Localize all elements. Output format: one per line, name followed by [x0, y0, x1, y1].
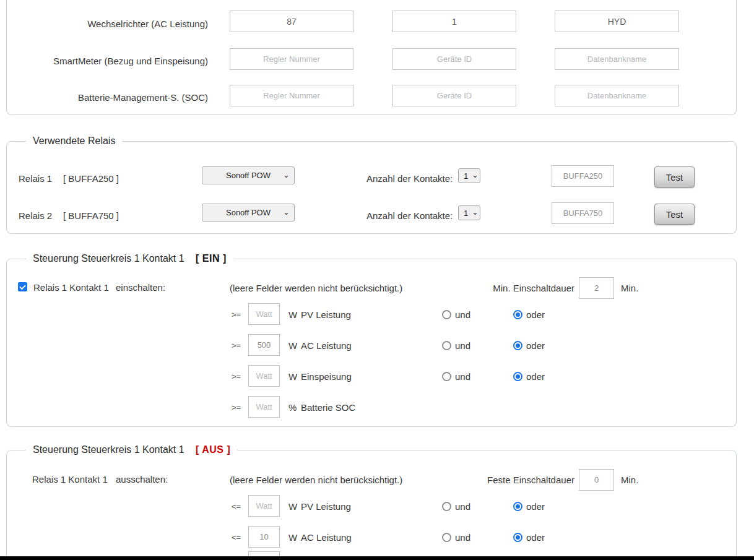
device-row-label: Wechselrichter (AC Leistung)	[12, 19, 208, 29]
test-button[interactable]: Test	[654, 166, 695, 187]
unit-label: W	[288, 501, 297, 512]
duration-unit-label: Min.	[621, 283, 638, 293]
regler-nummer-input[interactable]	[230, 11, 353, 32]
empty-fields-hint: (leere Felder werden nicht berücksichtig…	[230, 283, 402, 293]
geraete-id-input[interactable]	[392, 11, 516, 32]
action-label: einschalten:	[116, 282, 165, 293]
ein-legend-text: Steuerung Steuerkreis 1 Kontakt 1	[33, 253, 184, 264]
radio-und[interactable]	[442, 341, 451, 350]
duration-label: Min. Einschaltdauer	[451, 283, 574, 293]
relais-section-legend: Verwendete Relais	[26, 136, 122, 147]
radio-oder[interactable]	[513, 502, 522, 511]
radio-und-label: und	[455, 532, 470, 543]
relay-contact-label: Relais 1 Kontakt 1	[33, 282, 109, 293]
empty-fields-hint: (leere Felder werden nicht berücksichtig…	[230, 475, 402, 485]
radio-und[interactable]	[442, 502, 451, 511]
datenbankname-input[interactable]	[555, 85, 679, 106]
chevron-down-icon: ⌄	[472, 207, 479, 217]
duration-label: Feste Einschaltdauer	[451, 475, 574, 485]
contacts-count-label: Anzahl der Kontakte:	[366, 210, 453, 221]
datenbankname-input[interactable]	[555, 11, 679, 32]
radio-oder[interactable]	[513, 372, 522, 381]
operator-label: >=	[232, 372, 241, 381]
unit-label: W	[288, 371, 297, 382]
action-label: ausschalten:	[116, 474, 168, 485]
redaction-bar	[0, 556, 754, 560]
chevron-down-icon: ⌄	[283, 170, 290, 179]
radio-und[interactable]	[442, 372, 451, 381]
condition-name-label: Batterie SOC	[301, 402, 355, 413]
threshold-input[interactable]	[248, 526, 280, 548]
relay-settings-page: Wechselrichter (AC Leistung) SmartMeter …	[0, 0, 754, 560]
radio-oder-label: oder	[526, 340, 545, 351]
contacts-count-value: 1	[464, 209, 468, 218]
operator-label: >=	[232, 341, 241, 350]
aus-legend-text: Steuerung Steuerkreis 1 Kontakt 1	[33, 444, 184, 455]
relais-einschalten-checkbox[interactable]	[18, 282, 27, 291]
radio-und-label: und	[455, 309, 470, 320]
operator-label: >=	[232, 403, 241, 412]
contacts-count-select[interactable]: 1 ⌄	[458, 168, 480, 183]
radio-und-label: und	[455, 340, 470, 351]
ein-state-badge: [ EIN ]	[196, 253, 227, 264]
geraete-id-input[interactable]	[392, 85, 516, 106]
radio-oder[interactable]	[513, 533, 522, 542]
relais-type-value: Sonoff POW	[226, 208, 271, 217]
aus-state-badge: [ AUS ]	[196, 444, 230, 455]
regler-nummer-input[interactable]	[230, 85, 353, 106]
operator-label: <=	[232, 502, 241, 511]
radio-oder-label: oder	[526, 532, 545, 543]
relais-name-label: Relais 2	[19, 210, 52, 221]
relay-contact-label: Relais 1 Kontakt 1	[32, 474, 108, 485]
relais-type-value: Sonoff POW	[226, 171, 271, 180]
radio-oder[interactable]	[513, 341, 522, 350]
duration-input[interactable]	[579, 469, 614, 491]
unit-label: W	[288, 532, 297, 543]
radio-oder-label: oder	[526, 371, 545, 382]
datenbankname-input[interactable]	[555, 48, 679, 70]
threshold-input[interactable]	[248, 303, 280, 325]
relais-tag-label: [ BUFFA250 ]	[63, 173, 119, 184]
radio-oder[interactable]	[513, 310, 522, 319]
operator-label: <=	[232, 533, 241, 542]
threshold-input[interactable]	[248, 495, 280, 517]
radio-und-label: und	[455, 371, 470, 382]
contacts-count-value: 1	[464, 171, 468, 181]
threshold-input[interactable]	[248, 365, 280, 387]
regler-nummer-input[interactable]	[230, 48, 353, 70]
unit-label: %	[288, 402, 297, 413]
condition-name-label: AC Leistung	[301, 340, 352, 351]
condition-name-label: AC Leistung	[301, 532, 352, 543]
device-row-label: SmartMeter (Bezug und Einspeisung)	[12, 56, 208, 66]
duration-unit-label: Min.	[621, 475, 638, 485]
geraete-id-input[interactable]	[392, 48, 516, 70]
radio-oder-label: oder	[526, 309, 545, 320]
radio-und[interactable]	[442, 310, 451, 319]
unit-label: W	[288, 309, 297, 320]
condition-name-label: PV Leistung	[301, 309, 351, 320]
chevron-down-icon: ⌄	[283, 207, 290, 217]
relais-device-name-input[interactable]	[552, 165, 614, 187]
radio-und[interactable]	[442, 533, 451, 542]
condition-name-label: PV Leistung	[301, 501, 351, 512]
threshold-input[interactable]	[248, 334, 280, 356]
relais-tag-label: [ BUFFA750 ]	[63, 210, 119, 221]
unit-label: W	[288, 340, 297, 351]
threshold-input[interactable]	[248, 396, 280, 418]
device-row-label: Batterie-Management-S. (SOC)	[12, 92, 208, 103]
relais-name-label: Relais 1	[19, 173, 52, 184]
relais-device-name-input[interactable]	[552, 202, 614, 224]
aus-section-legend: Steuerung Steuerkreis 1 Kontakt 1 [ AUS …	[26, 444, 237, 455]
relais-type-select[interactable]: Sonoff POW ⌄	[202, 204, 295, 222]
condition-name-label: Einspeisung	[301, 371, 352, 382]
operator-label: >=	[232, 310, 241, 319]
contacts-count-select[interactable]: 1 ⌄	[458, 205, 480, 220]
ein-section-legend: Steuerung Steuerkreis 1 Kontakt 1 [ EIN …	[26, 253, 233, 264]
relais-type-select[interactable]: Sonoff POW ⌄	[202, 166, 295, 184]
contacts-count-label: Anzahl der Kontakte:	[366, 173, 453, 184]
duration-input[interactable]	[579, 277, 614, 299]
chevron-down-icon: ⌄	[472, 170, 479, 179]
aus-panel	[6, 450, 737, 560]
test-button[interactable]: Test	[654, 204, 695, 225]
radio-oder-label: oder	[526, 501, 545, 512]
